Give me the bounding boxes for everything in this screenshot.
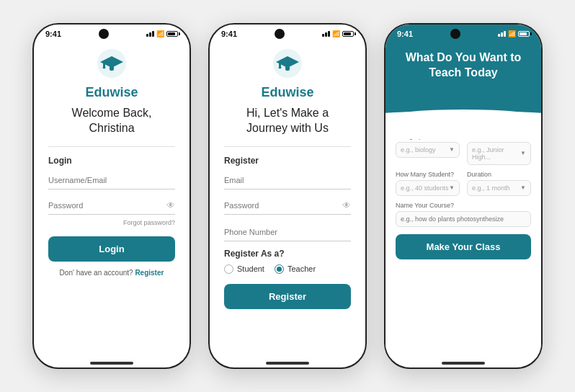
course-name-input[interactable]	[396, 211, 531, 227]
header-title: What Do You Want toTeach Today	[397, 50, 530, 81]
username-input[interactable]	[48, 172, 175, 190]
status-bar-1: 9:41 📶	[34, 24, 190, 40]
students-placeholder: e.g., 40 students	[401, 184, 449, 192]
student-radio-outer[interactable]	[224, 264, 233, 274]
login-label: Login	[48, 156, 175, 166]
students-chevron-icon: ▼	[449, 184, 455, 191]
teacher-radio-inner	[277, 267, 282, 272]
welcome-title-2: Hi, Let's Make aJourney with Us	[246, 106, 329, 136]
svg-point-4	[103, 67, 106, 68]
app-name-1: Eduwise	[85, 85, 138, 100]
eye-icon-1[interactable]: 👁	[166, 200, 175, 210]
status-icons-3: 📶	[498, 30, 530, 37]
students-duration-row: How Many Student? e.g., 40 students ▼ Du…	[396, 171, 531, 196]
students-col: How Many Student? e.g., 40 students ▼	[396, 171, 460, 196]
time-3: 9:41	[397, 30, 413, 38]
signal-icon-2	[322, 31, 330, 37]
login-button[interactable]: Login	[48, 236, 175, 262]
register-button[interactable]: Register	[224, 284, 351, 309]
duration-select[interactable]: e.g., 1 month ▼	[467, 180, 531, 196]
svg-rect-2	[110, 66, 114, 71]
student-radio-label: Student	[237, 264, 264, 273]
category-select[interactable]: e.g., biology ▼	[396, 142, 460, 158]
course-name-label: Name Your Course?	[396, 202, 531, 209]
students-select[interactable]: e.g., 40 students ▼	[396, 180, 460, 196]
category-label: Category	[396, 133, 460, 140]
time-2: 9:41	[221, 30, 237, 38]
signal-icon-1	[146, 31, 154, 37]
password-row-2: 👁	[224, 197, 351, 215]
status-icons-1: 📶	[146, 30, 178, 37]
home-indicator-3	[385, 359, 541, 368]
register-phone: 9:41 📶 Eduwise Hi, Let's Make aJourney	[208, 23, 367, 369]
password-input-2[interactable]	[224, 197, 342, 214]
app-name-2: Eduwise	[261, 85, 313, 100]
category-class-row: Category e.g., biology ▼ Class e.g., Jun…	[396, 133, 531, 165]
student-radio[interactable]: Student	[224, 264, 264, 274]
duration-label: Duration	[467, 171, 531, 178]
app-logo-2	[272, 48, 303, 82]
teacher-form-phone: 9:41 📶 What Do You Want toTeach Today Ca…	[384, 23, 543, 369]
divider-1	[48, 146, 175, 147]
battery-icon-2	[342, 31, 354, 37]
password-input-1[interactable]	[48, 197, 166, 214]
teacher-radio-label: Teacher	[288, 264, 316, 273]
category-placeholder: e.g., biology	[401, 146, 436, 153]
login-screen: Eduwise Welcome Back,Christina Login 👁 F…	[34, 40, 190, 359]
make-class-button[interactable]: Make Your Class	[396, 234, 531, 259]
teacher-form-screen: What Do You Want toTeach Today Category …	[385, 40, 541, 359]
battery-icon-3	[518, 31, 530, 37]
time-1: 9:41	[45, 30, 61, 38]
class-chevron-icon: ▼	[520, 150, 526, 156]
category-chevron-icon: ▼	[449, 146, 455, 153]
class-label: Class	[467, 133, 531, 140]
notch-1	[99, 29, 109, 39]
forgot-password-link[interactable]: Forgot password?	[48, 219, 175, 226]
teacher-radio-outer[interactable]	[275, 264, 284, 274]
home-indicator-1	[34, 359, 190, 368]
notch-3	[450, 29, 460, 39]
status-icons-2: 📶	[322, 30, 354, 37]
password-row-1: 👁	[48, 197, 175, 215]
duration-chevron-icon: ▼	[520, 184, 526, 191]
students-label: How Many Student?	[396, 171, 460, 178]
wifi-icon-3: 📶	[508, 30, 516, 37]
login-phone: 9:41 📶 Eduwise Welcome Back,Christina	[32, 23, 191, 369]
register-screen: Eduwise Hi, Let's Make aJourney with Us …	[210, 40, 365, 359]
category-col: Category e.g., biology ▼	[396, 133, 460, 165]
notch-2	[275, 29, 285, 39]
email-input[interactable]	[224, 172, 351, 190]
teacher-form-area: Category e.g., biology ▼ Class e.g., Jun…	[385, 125, 541, 359]
class-col: Class e.g., Junior High... ▼	[467, 133, 531, 165]
class-select[interactable]: e.g., Junior High... ▼	[467, 142, 531, 165]
signal-icon-3	[498, 31, 506, 37]
register-label: Register	[224, 156, 351, 166]
svg-point-9	[279, 67, 282, 68]
welcome-title-1: Welcome Back,Christina	[72, 106, 152, 136]
status-bar-2: 9:41 📶	[210, 24, 365, 40]
svg-rect-7	[285, 66, 290, 71]
teal-header: What Do You Want toTeach Today	[385, 40, 541, 110]
divider-2	[224, 146, 351, 147]
battery-icon-1	[166, 31, 178, 37]
no-account-text: Don' have an account? Register	[60, 269, 164, 277]
duration-col: Duration e.g., 1 month ▼	[467, 171, 531, 196]
teacher-radio[interactable]: Teacher	[275, 264, 316, 274]
class-placeholder: e.g., Junior High...	[472, 146, 520, 161]
status-bar-3: 9:41 📶	[385, 24, 541, 40]
wifi-icon-2: 📶	[332, 30, 340, 37]
home-indicator-2	[210, 359, 365, 368]
eye-icon-2[interactable]: 👁	[342, 200, 351, 210]
app-logo-1	[96, 48, 128, 82]
wifi-icon-1: 📶	[156, 30, 164, 37]
register-as-label: Register As a?	[224, 249, 351, 259]
duration-placeholder: e.g., 1 month	[472, 184, 510, 192]
register-link-1[interactable]: Register	[135, 269, 164, 277]
register-as-group: Student Teacher	[224, 264, 351, 274]
course-name-section: Name Your Course?	[396, 202, 531, 227]
phone-input[interactable]	[224, 223, 351, 241]
